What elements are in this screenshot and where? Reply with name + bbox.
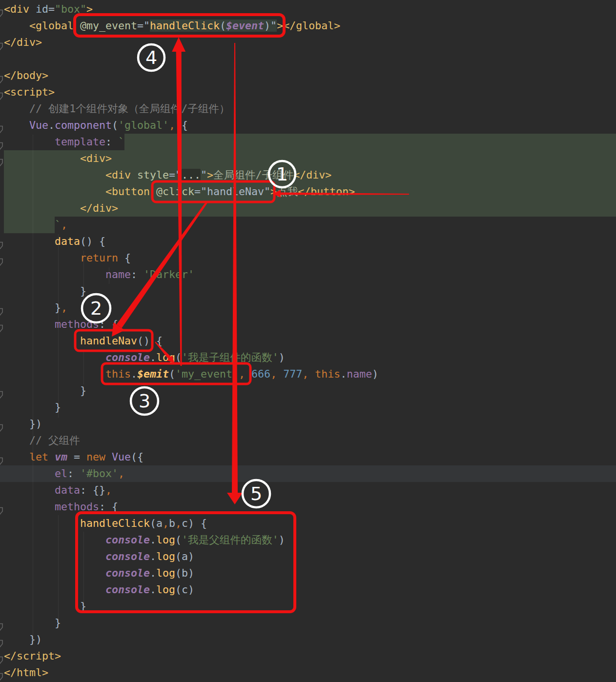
code-text: </script> [0,648,616,664]
code-token: <script> [4,86,55,98]
editor-code-area[interactable]: <div id="box"><global @my_event="handleC… [0,0,616,682]
code-token: name [347,368,372,380]
code-token: " [264,185,270,198]
code-token: , [163,517,169,529]
code-line-7: // 创建1个组件对象（全局组件/子组件） [0,100,616,117]
code-token: : [67,467,80,480]
code-line-29: el: '#box', [0,465,616,482]
code-line-35: console.log(b) [0,565,616,582]
code-token: // 创建1个组件对象（全局组件/子组件） [29,102,230,115]
code-line-21: handleNav() { [0,333,616,349]
code-token: log [156,583,175,596]
code-token: } [80,384,86,397]
code-line-2: <global @my_event="handleClick($event)">… [0,18,616,34]
code-token: , [105,484,112,496]
code-token: ) { [188,517,207,529]
code-token: , [61,219,67,231]
code-text: methods: { [0,316,616,333]
code-token: methods [55,501,99,513]
code-token: , [270,368,277,380]
code-token: }) [29,633,42,645]
code-token: log [156,567,175,579]
code-line-8: Vue.component('global', { [0,117,616,134]
code-token: } [80,285,86,297]
code-token: data [55,484,80,496]
code-token: 'global' [118,119,169,131]
code-token: . [150,583,156,596]
code-token: =" [137,20,150,32]
code-token: ( [175,534,182,546]
code-token: : { [99,318,118,330]
code-line-28: let vm = new Vue({ [0,449,616,465]
code-token: '#box' [80,467,118,480]
code-token: " [201,169,207,181]
code-token: . [131,368,137,380]
code-text: <div id="box"> [0,1,616,18]
code-text: this.$emit('my_event', 666, 777, this.na… [0,366,616,382]
code-token: ) [279,351,285,363]
code-token: ) [188,550,194,562]
code-token: . [150,550,156,562]
code-token: ) [372,368,378,380]
code-token: handleNav [80,335,137,347]
code-token: () { [80,235,105,247]
code-token: a [182,550,188,562]
code-text: </div> [0,200,616,217]
code-line-25: } [0,399,616,416]
code-token: methods [55,318,99,330]
code-line-20: methods: { [0,316,616,333]
code-token [245,368,251,380]
code-token: { [175,119,188,131]
code-token: </button> [298,185,355,198]
code-text: methods: { [0,499,616,515]
code-token: // 父组件 [29,434,80,446]
code-token: 777 [283,368,302,380]
code-token: @click [156,185,194,198]
code-token: =" [169,169,182,181]
code-token: > [270,185,277,198]
code-text: console.log(a) [0,548,616,565]
code-text: <button @click="handleNav">点我</button> [0,183,616,200]
code-token: handleClick [80,517,150,529]
code-text: el: '#box', [0,465,616,482]
code-token: console [105,534,150,546]
code-token: <div [4,3,36,15]
code-text: }) [0,631,616,648]
code-token: log [156,550,175,562]
code-text: // 创建1个组件对象（全局组件/子组件） [0,100,616,117]
code-text: } [0,615,616,631]
code-token: '我是父组件的函数' [182,534,279,546]
code-token: </body> [4,69,48,81]
code-text: </body> [0,67,616,84]
code-line-15: data() { [0,233,616,250]
code-line-39: }) [0,631,616,648]
code-text: Vue.component('global', { [0,117,616,134]
code-token: </div> [4,36,42,48]
code-token: , [61,301,67,314]
code-token: ( [150,517,156,529]
code-token: </div> [80,202,118,214]
code-token: " [270,20,277,32]
code-line-1: <div id="box"> [0,1,616,18]
code-token: =" [194,185,207,198]
code-text: console.log(b) [0,565,616,582]
code-token [277,368,283,380]
code-text: </div> [0,34,616,51]
code-line-3: </div> [0,34,616,51]
code-line-23: this.$emit('my_event', 666, 777, this.na… [0,366,616,382]
code-token: }) [29,418,42,430]
code-token: : { [99,501,118,513]
code-token: this [105,368,131,380]
code-token: ) [188,583,194,596]
code-token: <button [105,185,156,198]
code-token: console [105,567,150,579]
code-token: } [55,617,61,629]
code-token: , [175,517,182,529]
code-line-38: } [0,615,616,631]
code-token: ... [182,169,201,181]
code-line-33: console.log('我是父组件的函数') [0,532,616,548]
code-token: console [105,550,150,562]
code-text: return { [0,250,616,266]
code-token: 'my_event' [175,368,239,380]
code-token: $emit [137,368,169,380]
